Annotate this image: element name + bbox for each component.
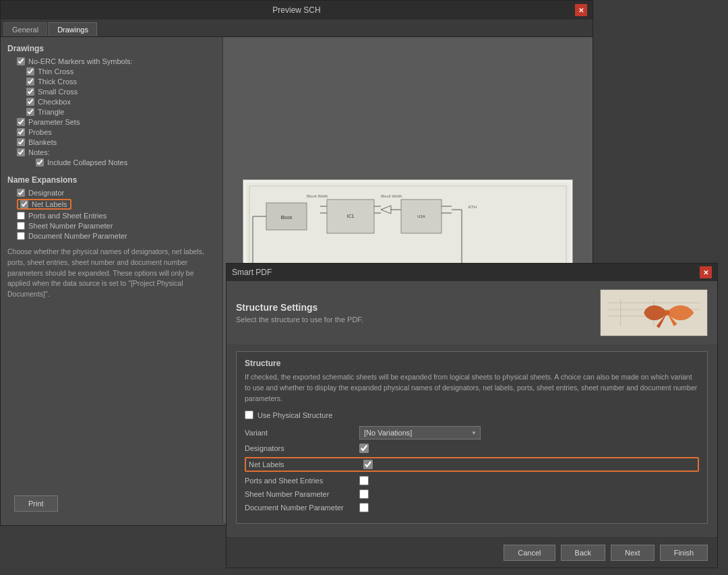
dialog-body: Structure If checked, the exported schem… (226, 344, 717, 537)
structure-desc: If checked, the exported schematic sheet… (245, 372, 699, 404)
small-cross-checkbox[interactable] (26, 88, 34, 96)
structure-dialog: Smart PDF ✕ Structure Settings Select th… (226, 263, 718, 568)
collapsed-notes-label: Include Collapsed Notes (47, 158, 127, 167)
variant-row: Variant [No Variations] (245, 426, 699, 440)
doc-number-dialog-label: Document Number Parameter (245, 504, 359, 512)
notes-checkbox[interactable] (17, 148, 25, 156)
cancel-button[interactable]: Cancel (504, 545, 555, 561)
notes-item: Notes: (7, 148, 216, 156)
use-physical-label: Use Physical Structure (257, 411, 332, 419)
dialog-title-bar: Smart PDF ✕ (226, 264, 717, 281)
triangle-checkbox[interactable] (26, 108, 34, 116)
dialog-close-button[interactable]: ✕ (700, 266, 712, 278)
dialog-title: Smart PDF (232, 268, 272, 277)
main-title-bar: Preview SCH ✕ (1, 1, 593, 20)
small-cross-label: Small Cross (38, 88, 78, 96)
main-window-title: Preview SCH (18, 5, 575, 15)
ports-dialog-row: Ports and Sheet Entries (245, 476, 699, 485)
parameter-sets-checkbox[interactable] (17, 118, 25, 126)
thin-cross-item: Thin Cross (7, 67, 216, 75)
sheet-number-item: Sheet Number Parameter (7, 222, 216, 230)
parameter-sets-label: Parameter Sets (28, 118, 80, 126)
dialog-header: Structure Settings Select the structure … (226, 281, 717, 344)
use-physical-checkbox[interactable] (245, 411, 253, 419)
tab-general[interactable]: General (3, 22, 47, 36)
checkbox-checkbox[interactable] (26, 98, 34, 106)
next-button[interactable]: Next (611, 545, 655, 561)
doc-number-dialog-row: Document Number Parameter (245, 503, 699, 512)
header-decoration (601, 289, 707, 336)
blankets-label: Blankets (28, 138, 57, 146)
net-labels-dialog-checkbox[interactable] (363, 460, 373, 469)
designators-checkbox[interactable] (359, 444, 369, 453)
variant-select[interactable]: [No Variations] (359, 426, 481, 440)
ports-item: Ports and Sheet Entries (7, 212, 216, 220)
sheet-number-dialog-row: Sheet Number Parameter (245, 489, 699, 499)
left-panel: Drawings No-ERC Markers with Symbols: Th… (1, 37, 223, 522)
designators-label: Designators (245, 444, 359, 452)
triangle-item: Triangle (7, 108, 216, 116)
ports-dialog-checkbox[interactable] (359, 476, 369, 485)
net-labels-dialog-label: Net Labels (249, 460, 363, 468)
tab-drawings[interactable]: Drawings (49, 22, 97, 36)
sheet-number-dialog-checkbox[interactable] (359, 489, 369, 499)
dialog-header-subtitle: Select the structure to use for the PDF. (236, 315, 600, 324)
small-cross-item: Small Cross (7, 88, 216, 96)
sheet-number-dialog-label: Sheet Number Parameter (245, 490, 359, 498)
doc-number-label: Document Number Parameter (28, 232, 127, 240)
thick-cross-item: Thick Cross (7, 78, 216, 86)
sheet-number-label: Sheet Number Parameter (28, 222, 113, 230)
blankets-checkbox[interactable] (17, 138, 25, 146)
ports-checkbox[interactable] (17, 212, 25, 220)
no-erc-checkbox[interactable] (17, 57, 25, 65)
designator-checkbox[interactable] (17, 189, 25, 197)
thin-cross-checkbox[interactable] (26, 67, 34, 75)
svg-text:IC1: IC1 (347, 214, 355, 218)
doc-number-checkbox[interactable] (17, 232, 25, 240)
dialog-header-text: Structure Settings Select the structure … (236, 302, 600, 324)
collapsed-notes-item: Include Collapsed Notes (7, 158, 216, 167)
ports-dialog-label: Ports and Sheet Entries (245, 477, 359, 485)
net-labels-highlight: Net Labels (17, 199, 71, 210)
blankets-item: Blankets (7, 138, 216, 146)
no-erc-item: No-ERC Markers with Symbols: (7, 57, 216, 65)
designator-label: Designator (28, 189, 64, 197)
sheet-number-checkbox[interactable] (17, 222, 25, 230)
doc-number-dialog-checkbox[interactable] (359, 503, 369, 512)
svg-text:Block Width: Block Width (381, 194, 402, 198)
notes-label: Notes: (28, 148, 50, 156)
structure-box: Structure If checked, the exported schem… (236, 351, 708, 524)
dialog-header-image (600, 289, 708, 336)
variant-label: Variant (245, 429, 359, 437)
net-labels-label: Net Labels (32, 200, 67, 208)
back-button[interactable]: Back (561, 545, 605, 561)
finish-button[interactable]: Finish (660, 545, 708, 561)
description-text: Choose whether the physical names of des… (7, 247, 216, 300)
use-physical-row: Use Physical Structure (245, 411, 699, 419)
svg-text:Block Width: Block Width (307, 194, 328, 198)
svg-text:ETH: ETH (468, 205, 477, 209)
designator-item: Designator (7, 189, 216, 197)
variant-control: [No Variations] (359, 426, 699, 440)
main-close-button[interactable]: ✕ (575, 4, 587, 16)
ports-label: Ports and Sheet Entries (28, 212, 107, 220)
drawings-section-title: Drawings (7, 44, 216, 53)
probes-item: Probes (7, 128, 216, 136)
checkbox-label: Checkbox (38, 98, 71, 106)
svg-text:U1A: U1A (417, 214, 425, 218)
designators-row: Designators (245, 444, 699, 453)
collapsed-notes-checkbox[interactable] (36, 158, 44, 167)
doc-number-item: Document Number Parameter (7, 232, 216, 240)
print-button[interactable]: Print (14, 495, 58, 512)
net-labels-item: Net Labels (7, 199, 216, 210)
structure-box-title: Structure (245, 359, 699, 368)
thick-cross-label: Thick Cross (38, 78, 77, 86)
triangle-label: Triangle (38, 108, 64, 116)
net-labels-checkbox[interactable] (20, 200, 28, 208)
main-tabs: General Drawings (1, 20, 593, 37)
probes-checkbox[interactable] (17, 128, 25, 136)
thin-cross-label: Thin Cross (38, 67, 73, 75)
probes-label: Probes (28, 128, 52, 136)
thick-cross-checkbox[interactable] (26, 78, 34, 86)
svg-text:Block: Block (280, 215, 293, 220)
